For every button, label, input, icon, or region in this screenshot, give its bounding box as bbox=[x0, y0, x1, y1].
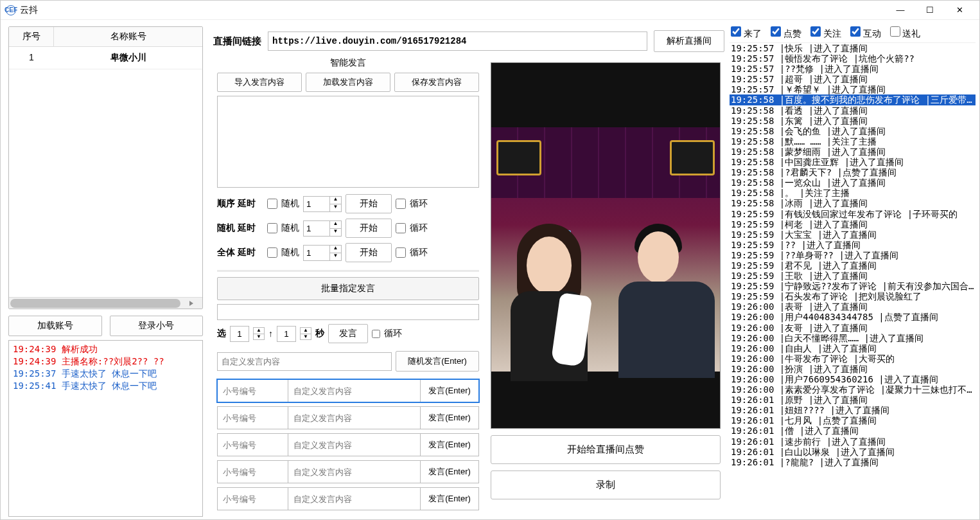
seq-random-checkbox[interactable] bbox=[267, 247, 277, 258]
alt-speak-button[interactable]: 发言(Enter) bbox=[421, 488, 478, 510]
feed-line[interactable]: 19:25:58 |看透 |进入了直播间 bbox=[730, 105, 976, 116]
seq-start-button[interactable]: 开始 bbox=[346, 194, 392, 213]
alt-speak-button[interactable]: 发言(Enter) bbox=[421, 407, 478, 429]
feed-line[interactable]: 19:26:00 |友哥 |进入了直播间 bbox=[730, 323, 976, 333]
alt-speak-button[interactable]: 发言(Enter) bbox=[421, 380, 478, 402]
feed-line[interactable]: 19:26:00 |表哥 |进入了直播间 bbox=[730, 301, 976, 312]
seq-delay-stepper[interactable]: ▲▼ bbox=[303, 220, 342, 237]
content-textarea[interactable] bbox=[217, 96, 479, 188]
alt-id-input[interactable] bbox=[218, 434, 288, 456]
feed-line[interactable]: 19:26:00 |用户7660954360216 |进入了直播间 bbox=[730, 374, 976, 384]
feed-line[interactable]: 19:26:01 |?龍龍? |进入了直播间 bbox=[730, 457, 976, 467]
feed-line[interactable]: 19:25:57 |快乐 |进入了直播间 bbox=[730, 43, 976, 53]
close-button[interactable]: ✕ bbox=[945, 1, 974, 20]
parse-room-button[interactable]: 解析直播间 bbox=[654, 30, 724, 52]
feed-line[interactable]: 19:26:00 |用户4404834344785 |点赞了直播间 bbox=[730, 312, 976, 322]
accounts-hscroll[interactable] bbox=[9, 297, 202, 309]
feed-line[interactable]: 19:26:01 |妞妞???? |进入了直播间 bbox=[730, 405, 976, 415]
event-feed[interactable]: 19:25:57 |快乐 |进入了直播间19:25:57 |顿悟发布了评论 |坑… bbox=[730, 42, 976, 516]
check-come[interactable]: 来了 bbox=[731, 26, 762, 40]
custom-content-input[interactable] bbox=[217, 352, 392, 371]
login-alt-button[interactable]: 登录小号 bbox=[110, 316, 204, 336]
check-like[interactable]: 点赞 bbox=[771, 26, 801, 40]
live-url-input[interactable] bbox=[268, 31, 647, 51]
feed-line[interactable]: 19:26:00 |扮演 |进入了直播间 bbox=[730, 364, 976, 374]
feed-line[interactable]: 19:25:58 |东篱 |进入了直播间 bbox=[730, 116, 976, 126]
alt-speak-button[interactable]: 发言(Enter) bbox=[421, 461, 478, 483]
alt-id-input[interactable] bbox=[218, 488, 288, 510]
import-content-button[interactable]: 导入发言内容 bbox=[217, 73, 302, 92]
select-to-input[interactable] bbox=[277, 326, 296, 342]
alt-id-input[interactable] bbox=[218, 407, 288, 429]
load-content-button[interactable]: 加载发言内容 bbox=[306, 73, 390, 92]
feed-line[interactable]: 19:25:57 |??梵修 |进入了直播间 bbox=[730, 64, 976, 74]
minimize-button[interactable]: — bbox=[886, 1, 915, 20]
feed-line[interactable]: 19:25:58 |百度。搜不到我的悲伤发布了评论 |三斤爱带... bbox=[730, 94, 976, 105]
seq-start-button[interactable]: 开始 bbox=[346, 219, 392, 238]
feed-line[interactable]: 19:25:58 |默…… …… |关注了主播 bbox=[730, 136, 976, 147]
feed-line[interactable]: 19:26:00 |牛哥发布了评论 |大哥买的 bbox=[730, 354, 976, 364]
accounts-col-name[interactable]: 名称账号 bbox=[54, 27, 202, 46]
feed-line[interactable]: 19:26:00 |自由人 |进入了直播间 bbox=[730, 343, 976, 354]
feed-line[interactable]: 19:25:58 |。 |关注了主播 bbox=[730, 188, 976, 198]
seq-delay-stepper[interactable]: ▲▼ bbox=[303, 245, 342, 261]
feed-line[interactable]: 19:26:01 |速步前行 |进入了直播间 bbox=[730, 436, 976, 447]
seq-loop-checkbox[interactable] bbox=[396, 223, 406, 233]
seq-start-button[interactable]: 开始 bbox=[346, 243, 392, 262]
feed-line[interactable]: 19:25:57 |￥希望￥ |进入了直播间 bbox=[730, 84, 976, 94]
start-like-button[interactable]: 开始给直播间点赞 bbox=[491, 435, 721, 464]
alt-content-input[interactable] bbox=[288, 434, 421, 456]
feed-line[interactable]: 19:26:01 |原野 |进入了直播间 bbox=[730, 395, 976, 405]
maximize-button[interactable]: ☐ bbox=[915, 1, 945, 20]
feed-line[interactable]: 19:25:59 |有钱没钱回家过年发布了评论 |子环哥买的 bbox=[730, 209, 976, 219]
feed-line[interactable]: 19:25:59 |王歌 |进入了直播间 bbox=[730, 271, 976, 281]
seq-random-checkbox[interactable] bbox=[267, 223, 277, 233]
seq-delay-stepper[interactable]: ▲▼ bbox=[303, 196, 342, 212]
feed-line[interactable]: 19:25:58 |冰雨 |进入了直播间 bbox=[730, 198, 976, 208]
seq-loop-checkbox[interactable] bbox=[396, 199, 406, 209]
feed-line[interactable]: 19:25:59 |??单身哥?? |进入了直播间 bbox=[730, 250, 976, 260]
select-from-stepper[interactable]: ▲▼ bbox=[253, 327, 265, 341]
feed-line[interactable]: 19:26:00 |素素爱分享发布了评论 |凝聚力十三妹也打不... bbox=[730, 384, 976, 395]
alt-id-input[interactable] bbox=[218, 380, 288, 402]
save-content-button[interactable]: 保存发言内容 bbox=[394, 73, 479, 92]
feed-line[interactable]: 19:25:59 |大宝宝 |进入了直播间 bbox=[730, 229, 976, 240]
feed-line[interactable]: 19:26:01 |僧 |进入了直播间 bbox=[730, 426, 976, 436]
select-from-input[interactable] bbox=[230, 326, 249, 342]
accounts-row[interactable]: 1 卑微小川 bbox=[9, 47, 202, 69]
feed-line[interactable]: 19:25:59 |柯老 |进入了直播间 bbox=[730, 219, 976, 229]
check-follow[interactable]: 关注 bbox=[810, 26, 841, 40]
seq-random-checkbox[interactable] bbox=[267, 199, 277, 209]
feed-line[interactable]: 19:26:00 |白天不懂晔得黑…… |进入了直播间 bbox=[730, 333, 976, 343]
feed-line[interactable]: 19:26:01 |白山以琳泉 |进入了直播间 bbox=[730, 447, 976, 457]
batch-speak-button[interactable]: 批量指定发言 bbox=[217, 277, 479, 300]
select-loop-checkbox[interactable] bbox=[372, 330, 380, 338]
seq-loop-checkbox[interactable] bbox=[396, 247, 406, 258]
alt-content-input[interactable] bbox=[288, 380, 421, 402]
feed-line[interactable]: 19:25:58 |会飞的鱼 |进入了直播间 bbox=[730, 126, 976, 136]
feed-line[interactable]: 19:25:58 |?君麟天下? |点赞了直播间 bbox=[730, 167, 976, 177]
feed-line[interactable]: 19:25:58 |蒙梦细雨 |进入了直播间 bbox=[730, 147, 976, 157]
random-speak-button[interactable]: 随机发言(Enter) bbox=[396, 351, 479, 372]
alt-content-input[interactable] bbox=[288, 488, 421, 510]
feed-line[interactable]: 19:25:58 |一览众山 |进入了直播间 bbox=[730, 177, 976, 188]
accounts-col-seq[interactable]: 序号 bbox=[9, 27, 54, 46]
feed-line[interactable]: 19:25:58 |中国龚庄亚辉 |进入了直播间 bbox=[730, 157, 976, 167]
alt-speak-button[interactable]: 发言(Enter) bbox=[421, 434, 478, 456]
feed-line[interactable]: 19:25:59 |?? |进入了直播间 bbox=[730, 240, 976, 250]
feed-line[interactable]: 19:25:59 |石头发布了评论 |把刘晨说脸红了 bbox=[730, 291, 976, 301]
feed-line[interactable]: 19:25:57 |顿悟发布了评论 |坑他个火箭?? bbox=[730, 53, 976, 64]
alt-id-input[interactable] bbox=[218, 461, 288, 483]
feed-line[interactable]: 19:25:57 |超哥 |进入了直播间 bbox=[730, 74, 976, 84]
feed-line[interactable]: 19:25:59 |宁静致远??发布了评论 |前天有没参加六国合... bbox=[730, 281, 976, 291]
load-accounts-button[interactable]: 加载账号 bbox=[8, 316, 102, 336]
feed-line[interactable]: 19:26:01 |七月风 |点赞了直播间 bbox=[730, 415, 976, 426]
select-speak-button[interactable]: 发言 bbox=[328, 324, 368, 343]
record-button[interactable]: 录制 bbox=[491, 471, 721, 499]
check-gift[interactable]: 送礼 bbox=[890, 26, 921, 40]
alt-content-input[interactable] bbox=[288, 461, 421, 483]
alt-content-input[interactable] bbox=[288, 407, 421, 429]
batch-input[interactable] bbox=[217, 304, 479, 320]
check-interact[interactable]: 互动 bbox=[850, 26, 881, 40]
feed-line[interactable]: 19:25:59 |君不见 |进入了直播间 bbox=[730, 260, 976, 271]
